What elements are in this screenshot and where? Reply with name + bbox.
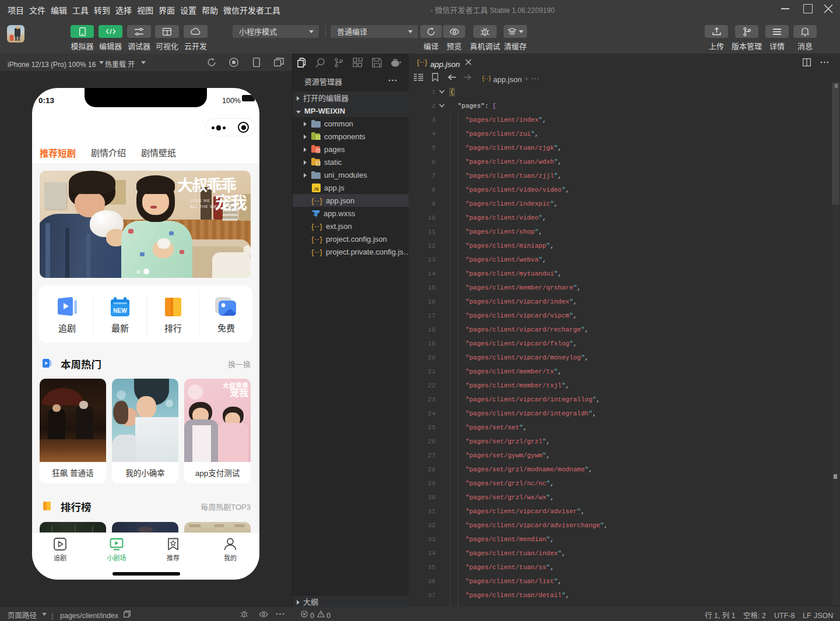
svg-text:{··}: {··} <box>482 76 491 82</box>
svg-text:{··}: {··} <box>311 223 322 231</box>
svg-text:{··}: {··} <box>311 197 322 205</box>
svg-text:c: c <box>317 149 319 153</box>
svg-text:{··}: {··} <box>311 248 322 256</box>
svg-text:{··}: {··} <box>417 59 427 66</box>
svg-text:NEW: NEW <box>113 308 127 314</box>
svg-text:{··}: {··} <box>311 235 322 244</box>
svg-text:JS: JS <box>314 186 319 192</box>
